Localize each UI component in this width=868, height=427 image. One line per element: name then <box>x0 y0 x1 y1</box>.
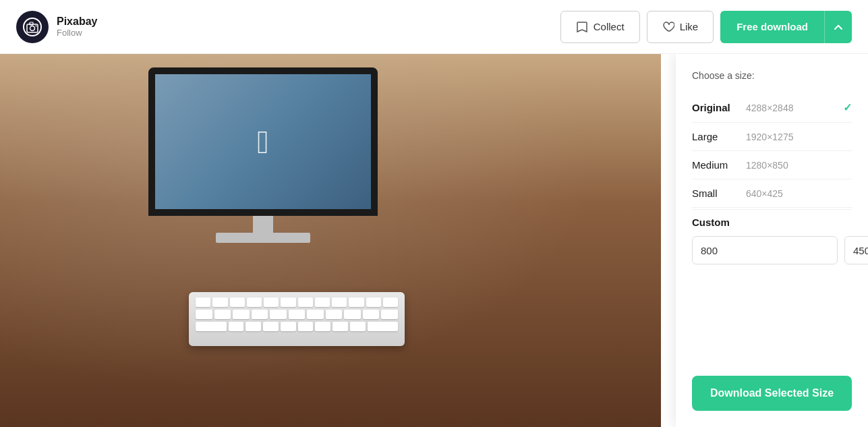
main-content:  <box>0 54 868 427</box>
hero-image:  <box>0 54 661 427</box>
brand-logo <box>16 11 49 43</box>
custom-inputs <box>692 236 852 264</box>
chevron-up-icon <box>834 24 842 30</box>
like-button[interactable]: Like <box>647 11 714 43</box>
choose-size-label: Choose a size: <box>692 70 852 81</box>
size-dims-original: 4288×2848 <box>746 103 843 113</box>
free-download-button[interactable]: Free download <box>720 11 824 43</box>
custom-width-input[interactable] <box>692 236 838 264</box>
size-option-small[interactable]: Small 640×425 <box>692 179 852 208</box>
imac-screen-content:  <box>155 74 371 209</box>
header: Pixabay Follow Collect Like Free downloa… <box>0 0 868 54</box>
size-option-medium[interactable]: Medium 1280×850 <box>692 151 852 179</box>
key-row-2 <box>196 310 398 319</box>
collect-button[interactable]: Collect <box>560 11 640 43</box>
brand-follow-label[interactable]: Follow <box>57 28 97 38</box>
imac-screen:  <box>148 67 378 216</box>
size-option-large[interactable]: Large 1920×1275 <box>692 123 852 151</box>
brand-section: Pixabay Follow <box>16 11 97 43</box>
size-name-small: Small <box>692 188 746 199</box>
size-name-original: Original <box>692 102 746 113</box>
apple-logo-icon:  <box>257 123 269 161</box>
divider <box>692 209 852 210</box>
size-name-large: Large <box>692 131 746 142</box>
keyboard-keys <box>189 292 405 337</box>
size-dims-large: 1920×1275 <box>746 132 852 142</box>
download-selected-size-button[interactable]: Download Selected Size <box>692 376 852 411</box>
size-dropdown-panel: Choose a size: Original 4288×2848 ✓ Larg… <box>676 54 868 427</box>
collect-icon <box>576 21 588 33</box>
size-dims-small: 640×425 <box>746 188 852 199</box>
keyboard-device <box>189 292 405 346</box>
image-background:  <box>0 54 661 427</box>
key-row-1 <box>196 297 398 307</box>
svg-point-0 <box>24 18 41 36</box>
imac-base <box>216 233 310 243</box>
imac-device:  <box>148 67 378 263</box>
size-dims-medium: 1280×850 <box>746 160 852 171</box>
size-option-original[interactable]: Original 4288×2848 ✓ <box>692 93 852 123</box>
svg-point-4 <box>36 25 37 26</box>
heart-icon <box>662 21 674 33</box>
download-dropdown-toggle[interactable] <box>824 11 852 43</box>
key-row-3 <box>196 322 398 331</box>
svg-rect-3 <box>30 22 33 25</box>
header-actions: Collect Like Free download <box>560 11 852 43</box>
custom-label: Custom <box>692 217 852 228</box>
custom-height-input[interactable] <box>844 236 868 264</box>
brand-text: Pixabay Follow <box>57 16 97 38</box>
free-download-group: Free download <box>720 11 852 43</box>
imac-neck <box>253 216 273 233</box>
brand-name: Pixabay <box>57 16 97 28</box>
size-name-medium: Medium <box>692 159 746 171</box>
svg-point-2 <box>30 26 35 30</box>
size-check-original: ✓ <box>843 101 852 114</box>
